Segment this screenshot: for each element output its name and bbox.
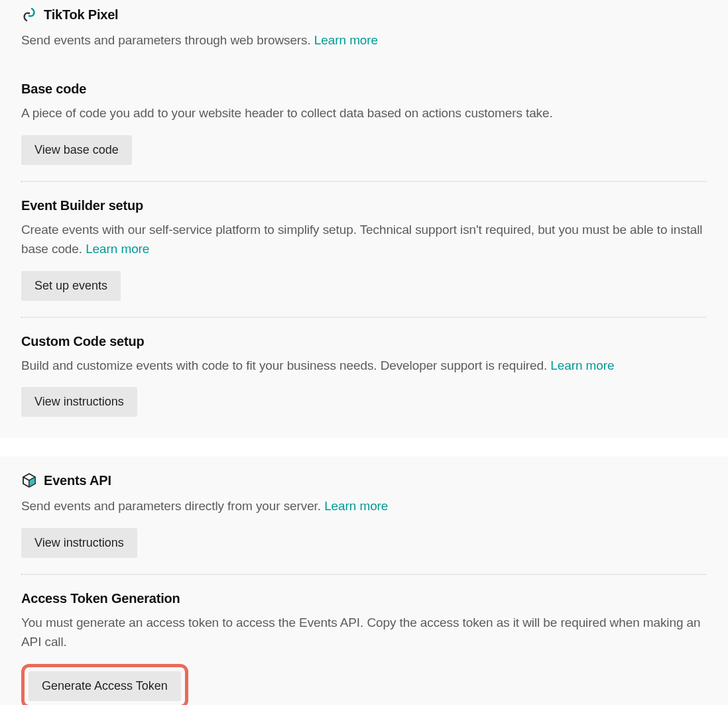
event-builder-section: Event Builder setup Create events with o… [21,182,707,317]
highlight-ring: Generate Access Token [21,664,188,706]
access-token-heading: Access Token Generation [21,591,707,606]
generate-access-token-button[interactable]: Generate Access Token [29,671,181,701]
custom-code-heading: Custom Code setup [21,334,707,349]
events-api-header-row: Events API [21,472,707,488]
view-base-code-button[interactable]: View base code [21,135,132,165]
tiktok-pixel-card: TikTok Pixel Send events and parameters … [0,0,728,438]
base-code-section: Base code A piece of code you add to you… [21,66,707,180]
view-instructions-api-button[interactable]: View instructions [21,528,137,558]
event-builder-learn-more-link[interactable]: Learn more [86,242,149,256]
event-builder-heading: Event Builder setup [21,198,707,213]
pixel-header-section: TikTok Pixel Send events and parameters … [21,0,707,66]
view-instructions-custom-button[interactable]: View instructions [21,387,137,417]
events-api-desc: Send events and parameters directly from… [21,496,707,515]
custom-code-desc-text: Build and customize events with code to … [21,358,550,372]
custom-code-desc: Build and customize events with code to … [21,356,707,375]
pixel-description: Send events and parameters through web b… [21,30,707,50]
events-api-title: Events API [44,473,111,488]
pixel-title: TikTok Pixel [44,7,118,23]
base-code-desc: A piece of code you add to your website … [21,103,707,123]
custom-code-learn-more-link[interactable]: Learn more [550,358,614,372]
event-builder-desc: Create events with our self-service plat… [21,220,707,259]
set-up-events-button[interactable]: Set up events [21,271,121,301]
events-api-card: Events API Send events and parameters di… [0,457,728,705]
base-code-heading: Base code [21,81,707,97]
pixel-learn-more-link[interactable]: Learn more [314,33,378,47]
events-api-header-section: Events API Send events and parameters di… [21,457,707,573]
pixel-desc-text: Send events and parameters through web b… [21,33,314,47]
events-api-learn-more-link[interactable]: Learn more [324,499,388,513]
tiktok-pixel-icon [21,7,37,23]
events-api-desc-text: Send events and parameters directly from… [21,499,324,513]
pixel-header-row: TikTok Pixel [21,7,707,23]
access-token-section: Access Token Generation You must generat… [21,575,707,705]
events-api-icon [21,472,37,488]
custom-code-section: Custom Code setup Build and customize ev… [21,318,707,438]
access-token-desc: You must generate an access token to acc… [21,613,707,652]
